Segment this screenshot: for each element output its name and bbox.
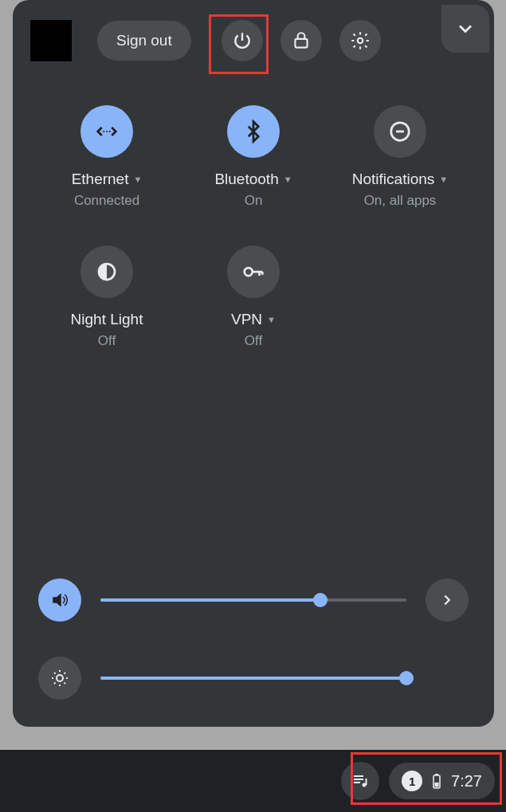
ethernet-icon <box>80 105 133 158</box>
music-queue-icon <box>351 771 370 790</box>
brightness-icon <box>50 669 69 688</box>
shelf: 1 7:27 <box>0 750 506 812</box>
brightness-slider[interactable] <box>100 677 406 680</box>
quick-settings-panel: Sign out <box>13 0 494 727</box>
tile-bluetooth[interactable]: Bluetooth ▼ On <box>180 105 327 209</box>
do-not-disturb-icon <box>374 105 426 158</box>
tile-status: On, all apps <box>364 193 437 209</box>
gear-icon <box>350 30 371 51</box>
tile-label: Ethernet <box>72 171 129 188</box>
tile-night-light[interactable]: Night Light Off <box>33 245 180 349</box>
caret-down-icon: ▼ <box>133 175 142 184</box>
tile-status: Off <box>98 333 116 349</box>
sliders-area <box>13 543 494 700</box>
tile-label: Notifications <box>352 171 435 188</box>
tile-status: Off <box>245 333 262 349</box>
svg-rect-11 <box>435 774 438 775</box>
caret-down-icon: ▼ <box>284 175 292 184</box>
svg-point-4 <box>109 131 111 132</box>
vpn-key-icon <box>227 245 280 298</box>
slider-fill <box>100 598 320 602</box>
clock: 7:27 <box>451 772 482 790</box>
lock-icon <box>291 30 312 51</box>
svg-point-8 <box>57 675 63 681</box>
brightness-row <box>38 657 469 700</box>
settings-button[interactable] <box>339 20 381 61</box>
svg-rect-0 <box>295 39 307 48</box>
slider-fill <box>100 677 406 680</box>
tile-label-row: Night Light <box>71 311 143 328</box>
tile-label: VPN <box>231 311 262 328</box>
volume-row <box>38 579 469 622</box>
tile-label: Bluetooth <box>214 171 278 188</box>
lock-button[interactable] <box>280 20 322 61</box>
svg-point-1 <box>357 38 363 44</box>
svg-point-2 <box>103 131 104 132</box>
tile-label-row: VPN ▼ <box>231 311 276 328</box>
caret-down-icon: ▼ <box>267 315 276 324</box>
volume-icon <box>50 590 69 610</box>
power-button[interactable] <box>222 20 263 61</box>
tile-status: On <box>245 193 263 209</box>
sign-out-button[interactable]: Sign out <box>97 21 191 61</box>
night-light-icon <box>80 245 133 298</box>
chevron-down-icon <box>454 18 477 40</box>
audio-output-button[interactable] <box>426 579 469 622</box>
tile-label: Night Light <box>71 311 143 328</box>
svg-point-7 <box>245 268 253 276</box>
slider-thumb[interactable] <box>399 671 414 685</box>
caret-down-icon: ▼ <box>439 175 448 184</box>
quick-tiles-grid: Ethernet ▼ Connected Bluetooth ▼ On <box>25 105 481 349</box>
status-area[interactable]: 1 7:27 <box>389 763 495 799</box>
svg-rect-12 <box>435 783 439 787</box>
svg-point-3 <box>106 131 108 132</box>
tile-ethernet[interactable]: Ethernet ▼ Connected <box>33 105 180 209</box>
bluetooth-icon <box>227 105 280 158</box>
tile-notifications[interactable]: Notifications ▼ On, all apps <box>327 105 473 209</box>
avatar[interactable] <box>30 20 72 61</box>
power-icon <box>232 30 253 51</box>
tile-label-row: Ethernet ▼ <box>72 171 143 188</box>
chevron-right-icon <box>438 591 456 609</box>
volume-slider[interactable] <box>100 598 406 602</box>
tile-label-row: Bluetooth ▼ <box>214 171 292 188</box>
tile-label-row: Notifications ▼ <box>352 171 448 188</box>
tile-status: Connected <box>74 193 139 209</box>
battery-icon <box>430 771 443 790</box>
tile-vpn[interactable]: VPN ▼ Off <box>180 245 327 349</box>
volume-mute-button[interactable] <box>38 579 81 622</box>
brightness-button[interactable] <box>38 657 81 700</box>
slider-thumb[interactable] <box>313 593 328 607</box>
media-controls-button[interactable] <box>341 762 379 800</box>
header-row: Sign out <box>25 13 481 69</box>
notification-count-badge: 1 <box>402 771 422 791</box>
collapse-button[interactable] <box>441 5 489 53</box>
